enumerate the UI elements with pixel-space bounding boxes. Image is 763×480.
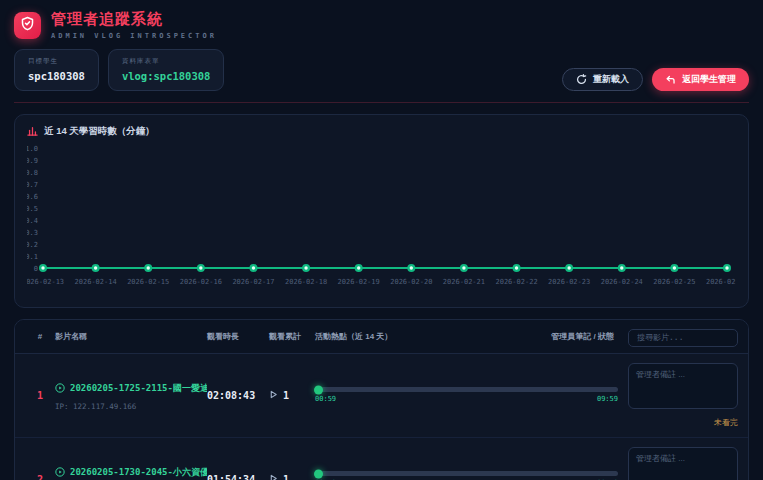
svg-text:2026-02-23: 2026-02-23 (548, 278, 590, 286)
info-row: 目標學生 spc180308 資料庫表單 vlog:spc180308 重新載入 (14, 49, 749, 91)
watch-duration: 02:08:43 (207, 390, 269, 401)
video-name-cell: 20260205-1725-2115-國一愛迪… IP: 122.117.49.… (55, 379, 207, 411)
watch-status-badge: 未看完 (628, 417, 738, 428)
play-outline-icon (269, 390, 278, 401)
col-header-notes: 管理員筆記 / 狀態 (551, 331, 614, 342)
svg-text:2026-02-21: 2026-02-21 (443, 278, 485, 286)
hotspot-track[interactable] (315, 471, 618, 476)
chip-label: 資料庫表單 (122, 57, 211, 66)
top-bar: 管理者追蹤系統 ADMIN VLOG INTROSPECTOR (0, 0, 763, 40)
hotspot-marker[interactable] (314, 385, 323, 394)
col-header-index: # (25, 332, 55, 341)
activity-hotspot-cell: 00:59 09:59 (315, 387, 628, 403)
col-header-total: 觀看累計 (269, 331, 315, 342)
svg-text:0: 0 (34, 265, 38, 273)
svg-text:0.8: 0.8 (27, 169, 38, 177)
shield-check-icon (20, 16, 35, 35)
play-outline-icon (269, 474, 278, 480)
table-body: 1 20260205-1725-2115-國一愛迪… IP: 122.117.4… (15, 354, 748, 480)
svg-text:0.1: 0.1 (27, 253, 38, 261)
header-actions: 重新載入 返回學生管理 (562, 68, 749, 91)
chart-title: 近 14 天學習時數（分鐘） (44, 125, 155, 138)
bar-chart-icon (27, 125, 38, 138)
svg-text:2026-02-18: 2026-02-18 (285, 278, 327, 286)
context-chips: 目標學生 spc180308 資料庫表單 vlog:spc180308 (14, 49, 224, 91)
svg-text:0.9: 0.9 (27, 157, 38, 165)
svg-text:0.5: 0.5 (27, 205, 38, 213)
play-circle-icon (55, 463, 65, 480)
svg-text:0.7: 0.7 (27, 181, 38, 189)
hotspot-start-time: 00:59 (315, 395, 336, 403)
target-student-value: spc180308 (28, 70, 85, 82)
app-titles: 管理者追蹤系統 ADMIN VLOG INTROSPECTOR (51, 10, 217, 40)
chart-title-row: 近 14 天學習時數（分鐘） (27, 125, 736, 138)
svg-text:2026-02-22: 2026-02-22 (495, 278, 537, 286)
line-chart: 00.10.20.30.40.50.60.70.80.91.02026-02-1… (27, 142, 736, 290)
svg-text:1.0: 1.0 (27, 145, 38, 153)
watch-count: 1 (269, 474, 315, 480)
hotspot-end-time: 09:59 (597, 395, 618, 403)
back-to-students-button[interactable]: 返回學生管理 (652, 68, 749, 91)
admin-note-textarea[interactable] (628, 447, 738, 480)
svg-text:0.6: 0.6 (27, 193, 38, 201)
admin-note-cell: 未看完 (628, 363, 738, 428)
reload-label: 重新載入 (593, 73, 629, 86)
watch-count-value: 1 (283, 390, 289, 401)
svg-text:2026-02-14: 2026-02-14 (75, 278, 117, 286)
play-circle-icon (55, 379, 65, 397)
col-header-name: 影片名稱 (55, 331, 207, 342)
svg-text:2026-02-20: 2026-02-20 (390, 278, 432, 286)
app-logo (14, 12, 41, 39)
corner-up-left-icon (665, 74, 676, 85)
study-hours-chart-card: 近 14 天學習時數（分鐘） 00.10.20.30.40.50.60.70.8… (14, 114, 749, 308)
page-title: 管理者追蹤系統 (51, 10, 217, 29)
admin-note-cell: 未看完 (628, 447, 738, 480)
back-label: 返回學生管理 (682, 73, 736, 86)
header-divider (14, 102, 749, 103)
admin-note-textarea[interactable] (628, 363, 738, 409)
database-table-chip: 資料庫表單 vlog:spc180308 (108, 49, 225, 91)
row-index: 1 (25, 390, 55, 401)
table-row: 2 20260205-1730-2045-小六資優… IP: 122.117.4… (15, 437, 748, 480)
svg-text:0.2: 0.2 (27, 241, 38, 249)
svg-text:2026-02-15: 2026-02-15 (127, 278, 169, 286)
video-name-cell: 20260205-1730-2045-小六資優… IP: 122.117.49.… (55, 463, 207, 480)
watch-count-value: 1 (283, 474, 289, 480)
target-student-chip: 目標學生 spc180308 (14, 49, 99, 91)
chip-label: 目標學生 (28, 57, 85, 66)
reload-button[interactable]: 重新載入 (562, 68, 643, 91)
svg-text:2026-02-19: 2026-02-19 (338, 278, 380, 286)
svg-text:2026-02-17: 2026-02-17 (232, 278, 274, 286)
hotspot-marker[interactable] (314, 469, 323, 478)
row-index: 2 (25, 474, 55, 480)
watch-duration: 01:54:34 (207, 474, 269, 480)
video-title-link[interactable]: 20260205-1730-2045-小六資優… (70, 466, 207, 479)
svg-text:0.4: 0.4 (27, 217, 38, 225)
watch-count: 1 (269, 390, 315, 401)
svg-text:2026-02-26: 2026-02-26 (706, 278, 736, 286)
page-subtitle: ADMIN VLOG INTROSPECTOR (51, 32, 217, 40)
svg-text:2026-02-25: 2026-02-25 (653, 278, 695, 286)
svg-text:0.3: 0.3 (27, 229, 38, 237)
svg-text:2026-02-24: 2026-02-24 (601, 278, 643, 286)
table-header-row: # 影片名稱 觀看時長 觀看累計 活動熱點（近 14 天） 管理員筆記 / 狀態 (15, 320, 748, 354)
video-title-link[interactable]: 20260205-1725-2115-國一愛迪… (70, 382, 207, 395)
hotspot-track[interactable] (315, 387, 618, 392)
col-header-duration: 觀看時長 (207, 331, 269, 342)
col-header-hotspot: 活動熱點（近 14 天） (315, 331, 392, 342)
activity-hotspot-cell: 00:59 09:59 (315, 471, 628, 480)
video-table-card: # 影片名稱 觀看時長 觀看累計 活動熱點（近 14 天） 管理員筆記 / 狀態… (14, 319, 749, 480)
table-row: 1 20260205-1725-2115-國一愛迪… IP: 122.117.4… (15, 354, 748, 437)
svg-text:2026-02-16: 2026-02-16 (180, 278, 222, 286)
database-table-value: vlog:spc180308 (122, 70, 211, 82)
reload-icon (576, 74, 587, 85)
svg-text:2026-02-13: 2026-02-13 (27, 278, 64, 286)
search-video-input[interactable] (628, 329, 738, 347)
viewer-ip: IP: 122.117.49.166 (55, 402, 207, 411)
